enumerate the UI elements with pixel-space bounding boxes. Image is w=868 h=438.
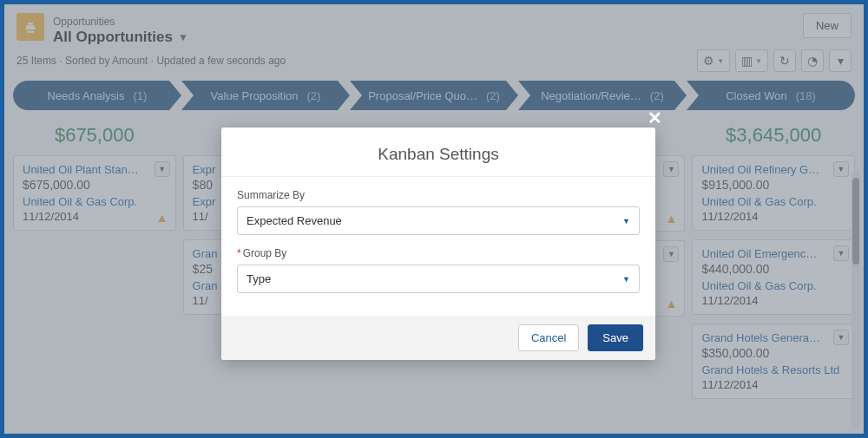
close-icon[interactable]: ✕ bbox=[648, 108, 662, 128]
modal-title: Kanban Settings bbox=[221, 127, 655, 177]
summarize-by-select[interactable]: Expected Revenue ▼ bbox=[237, 206, 640, 235]
kanban-settings-modal: Kanban Settings Summarize By Expected Re… bbox=[221, 127, 655, 360]
app-frame: Opportunities All Opportunities ▼ New 25… bbox=[0, 0, 868, 438]
summarize-by-label: Summarize By bbox=[237, 189, 640, 201]
save-button[interactable]: Save bbox=[588, 324, 643, 351]
cancel-button[interactable]: Cancel bbox=[518, 324, 579, 351]
group-by-select[interactable]: Type ▼ bbox=[237, 265, 640, 293]
group-by-label: *Group By bbox=[237, 247, 640, 259]
chevron-down-icon: ▼ bbox=[622, 275, 630, 284]
chevron-down-icon: ▼ bbox=[622, 217, 630, 226]
